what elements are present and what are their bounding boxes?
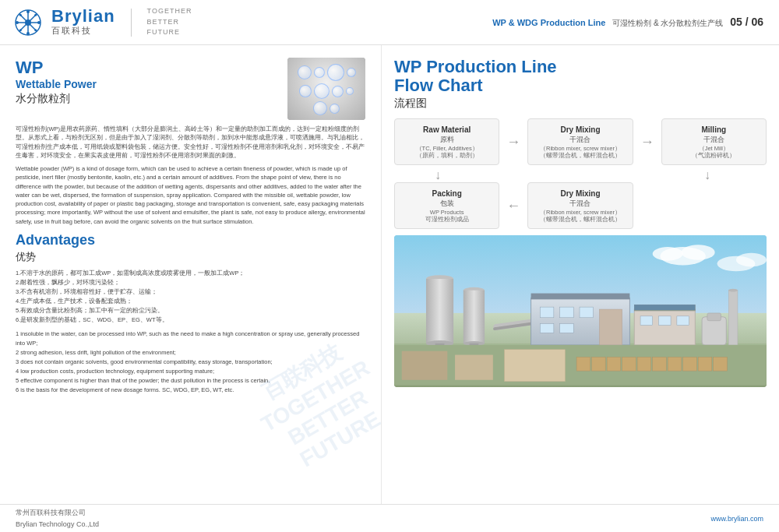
svg-rect-40 [702, 317, 726, 345]
flow-arrow-1: → [499, 134, 527, 150]
production-line-label: WP & WDG Production Line [492, 18, 605, 27]
packing-box: Packing 包装 WP Products 可湿性粉剂成品 [394, 182, 499, 229]
svg-rect-45 [402, 351, 448, 380]
bubble-7 [332, 86, 344, 97]
adv-en-4: 4 low production costs, production techn… [16, 367, 365, 376]
svg-rect-28 [540, 308, 554, 319]
svg-rect-41 [707, 313, 721, 321]
bubble-3 [327, 64, 344, 81]
svg-rect-38 [658, 316, 671, 326]
line-label-cn: 可湿性粉剂 & 水分散粒剂生产线 [612, 19, 723, 27]
wp-product-image [287, 58, 365, 120]
flow-box-milling: Milling 干混合 （Jet Mill） （气流粉碎机） [661, 118, 767, 165]
adv-cn-1: 1.不溶于水的原药，都可加工成WP，如需制成高浓度或喷雾使用，一般加工成WP； [16, 269, 365, 278]
svg-point-59 [682, 245, 715, 261]
dry-mixing-1-title-en: Dry Mixing [560, 125, 600, 135]
bubble-1 [298, 65, 312, 79]
dry-mixing-1-sub: （Ribbon mixer, screw mixer） （螺带混合机，螺杆混合机… [540, 145, 621, 160]
svg-point-9 [37, 21, 41, 24]
advantages-list-en: 1 insoluble in the water, can be process… [16, 329, 365, 395]
svg-rect-39 [677, 316, 689, 326]
bubble-6 [314, 83, 330, 99]
footer-website: www.brylian.com [710, 515, 763, 523]
bubble-10 [330, 104, 340, 114]
svg-rect-49 [592, 358, 606, 372]
svg-point-12 [34, 13, 37, 16]
milling-title-cn: 干混合 [703, 135, 724, 145]
company-cn: 常州百联科技有限公司 [16, 507, 99, 518]
footer-company: 常州百联科技有限公司 Brylian Technology Co.,Ltd [16, 507, 99, 530]
flow-box-raw-material: Raw Material 原料 （TC, Filler, Additives） … [394, 118, 499, 165]
slogan-line3: FUTURE [147, 27, 192, 38]
adv-cn-2: 2.耐着性强，飘移少，对环境污染轻； [16, 278, 365, 287]
milling-title-en: Milling [701, 125, 726, 135]
logo-divider [131, 9, 132, 37]
flow-row-2: Packing 包装 WP Products 可湿性粉剂成品 ← Dry Mix… [394, 182, 767, 229]
down-arrow-left: ↓ [435, 168, 441, 182]
header-right: WP & WDG Production Line 可湿性粉剂 & 水分散粒剂生产… [492, 16, 763, 29]
svg-rect-48 [576, 358, 590, 372]
adv-cn-4: 4.生产成本低，生产技术，设备配套成熟； [16, 297, 365, 306]
svg-rect-50 [607, 358, 621, 372]
svg-point-6 [26, 10, 30, 13]
advantages-title: Advantages [16, 232, 365, 248]
raw-material-title-en: Raw Material [423, 125, 471, 135]
packing-title-cn: 包装 [440, 199, 454, 209]
header: Brylian 百联科技 TOGETHER BETTER FUTURE WP &… [0, 0, 779, 45]
brand-cn: 百联科技 [51, 25, 92, 37]
bubble-4 [347, 68, 356, 77]
packing-title-en: Packing [432, 188, 461, 199]
company-en: Brylian Technology Co.,Ltd [16, 519, 99, 530]
svg-point-11 [34, 29, 37, 31]
logo-text: Brylian 百联科技 [51, 8, 115, 37]
packing-sub: WP Products 可湿性粉剂成品 [425, 209, 469, 224]
svg-rect-46 [455, 355, 493, 380]
advantages-list-cn: 1.不溶于水的原药，都可加工成WP，如需制成高浓度或喷雾使用，一般加工成WP； … [16, 269, 365, 325]
adv-cn-3: 3.不含有机溶剂，环境相容性好，便于贮存、运输； [16, 287, 365, 297]
raw-material-title-cn: 原料 [440, 135, 454, 145]
wp-section-top: WP Wettable Power 水分散粒剂 [16, 58, 365, 120]
bubble-5 [299, 85, 312, 97]
wp-description-en: Wettable powder (WP) is a kind of dosage… [16, 164, 365, 226]
logo-area: Brylian 百联科技 TOGETHER BETTER FUTURE [12, 6, 192, 38]
advantages-cn: 优势 [16, 250, 365, 264]
svg-rect-52 [637, 358, 651, 372]
right-panel: WP Production Line Flow Chart 流程图 Raw Ma… [382, 45, 779, 504]
svg-point-13 [19, 29, 22, 31]
bubble-9 [313, 101, 327, 115]
svg-rect-51 [622, 358, 636, 372]
dry-mixing-2-title-en: Dry Mixing [560, 188, 600, 199]
factory-image [394, 235, 767, 387]
slogan-line1: TOGETHER [147, 6, 192, 17]
logo-slogan: TOGETHER BETTER FUTURE [147, 6, 192, 38]
dry-mixing-2-box: Dry Mixing 干混合 （Ribbon mixer, screw mixe… [527, 182, 633, 229]
adv-en-5: 5 effective component is higher than tha… [16, 376, 365, 386]
svg-rect-63 [634, 305, 695, 311]
svg-rect-33 [599, 309, 622, 345]
adv-en-2: 2 strong adhesion, less drift, light pol… [16, 348, 365, 358]
flow-chart-cn: 流程图 [394, 97, 767, 111]
main-content: WP Wettable Power 水分散粒剂 [0, 45, 779, 504]
page-number: 05 / 06 [730, 16, 763, 28]
flow-arrow-3: ← [499, 198, 527, 214]
wp-description-cn: 可湿性粉剂(WP)是用农药原药、惰性填料（大部分是膨润土、高岭土等）和一定量的助… [16, 125, 365, 160]
footer: 常州百联科技有限公司 Brylian Technology Co.,Ltd ww… [0, 504, 779, 532]
dry-mixing-1-title-cn: 干混合 [569, 135, 590, 145]
factory-equipment-svg [394, 235, 767, 387]
milling-sub: （Jet Mill） （气流粉碎机） [692, 145, 735, 160]
svg-rect-37 [640, 316, 653, 326]
svg-rect-56 [698, 358, 712, 372]
adv-en-3: 3 does not contain organic solvents, goo… [16, 358, 365, 367]
brand-name: Brylian [51, 8, 115, 25]
adv-cn-5: 5.有效成分含量比粉剂高；加工中有一定的粉尘污染。 [16, 306, 365, 315]
svg-rect-35 [634, 309, 695, 345]
svg-rect-42 [728, 291, 738, 345]
svg-rect-29 [560, 308, 574, 319]
wp-subtitle: Wettable Power [16, 78, 278, 90]
bubble-2 [314, 67, 325, 78]
adv-cn-6: 6.是研发新剂型的基础，SC、WDG、EP、EG、WT等。 [16, 315, 365, 325]
flow-box-empty [661, 182, 767, 229]
wp-title: WP [16, 58, 278, 78]
brylian-logo-icon [12, 7, 44, 38]
raw-material-box: Raw Material 原料 （TC, Filler, Additives） … [394, 118, 499, 165]
